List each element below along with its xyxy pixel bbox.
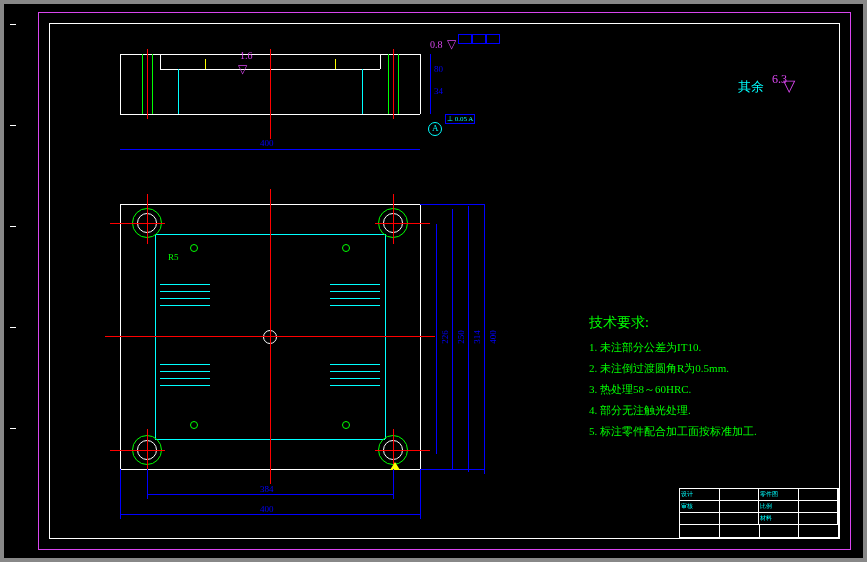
general-roughness: 其余 6.3 ▽: [738, 76, 799, 96]
dim-width-top: 400: [260, 138, 274, 148]
dimline-h2: [120, 514, 420, 515]
dim-34: 34: [434, 86, 443, 96]
slot-group-bl: [160, 364, 210, 386]
dim-400-bottom: 400: [260, 504, 274, 514]
tech-requirements: 技术要求: 1. 未注部分公差为IT10. 2. 未注倒过渡圆角R为0.5mm.…: [589, 314, 799, 439]
slot-group-tl: [160, 284, 210, 306]
roughness-1: 1.6: [240, 50, 253, 61]
tech-req-3: 3. 热处理58～60HRC.: [589, 382, 799, 397]
tech-req-1: 1. 未注部分公差为IT10.: [589, 340, 799, 355]
tb-scale: 比例: [759, 501, 799, 512]
dim-80: 80: [434, 64, 443, 74]
gdt-feature-box: ⊥ 0.05 A: [445, 114, 475, 124]
tb-material: 材料: [759, 513, 799, 524]
tb-drawn: 设计: [680, 489, 720, 500]
top-roughness-group: 0.8 ▽: [430, 34, 456, 52]
frame-inner: 400 1.6 ▽ 0.8 ▽ 80 34 A ⊥ 0.05 A: [49, 23, 840, 539]
slot-group-br: [330, 364, 380, 386]
tb-part: 零件图: [759, 489, 799, 500]
section-view: 400 1.6 ▽: [120, 54, 420, 134]
slot-group-tr: [330, 284, 380, 306]
dim-ext-1: [430, 54, 431, 114]
dimline-v4: [484, 204, 485, 474]
r5-label: R5: [168, 252, 179, 262]
tech-req-5: 5. 标注零件配合加工面按标准加工.: [589, 424, 799, 439]
gdt-box-1: [458, 34, 472, 44]
datum-label: A: [432, 123, 439, 133]
dim-250: 250: [456, 330, 466, 344]
dimline-v3: [468, 206, 469, 472]
dimline-v2: [452, 209, 453, 469]
roughness-63-symbol: ▽: [783, 77, 795, 94]
tech-req-2: 2. 未注倒过渡圆角R为0.5mm.: [589, 361, 799, 376]
gdt-box-2: [472, 34, 486, 44]
drawing-canvas[interactable]: 400 1.6 ▽ 0.8 ▽ 80 34 A ⊥ 0.05 A: [4, 4, 863, 558]
tech-req-title: 技术要求:: [589, 314, 799, 332]
title-block: 设计 零件图 审核 比例 材料: [679, 488, 839, 538]
roughness-symbol-1: ▽: [238, 62, 247, 77]
dim-384: 384: [260, 484, 274, 494]
tb-check: 审核: [680, 501, 720, 512]
gdt-box-3: [486, 34, 500, 44]
frame-outer: 400 1.6 ▽ 0.8 ▽ 80 34 A ⊥ 0.05 A: [38, 12, 851, 550]
dim-400: 400: [488, 330, 498, 344]
dim-226: 226: [440, 330, 450, 344]
roughness-top-symbol: ▽: [447, 37, 456, 51]
ruler-left: [10, 24, 16, 429]
dim-314: 314: [472, 330, 482, 344]
dimline-h1: [147, 494, 393, 495]
roughness-top-val: 0.8: [430, 39, 443, 50]
datum-triangle-icon: [390, 462, 400, 470]
tech-req-4: 4. 部分无注触光处理.: [589, 403, 799, 418]
plan-view: R5: [120, 204, 420, 504]
dimline-v1: [436, 224, 437, 454]
qiyu-label: 其余: [738, 79, 764, 94]
